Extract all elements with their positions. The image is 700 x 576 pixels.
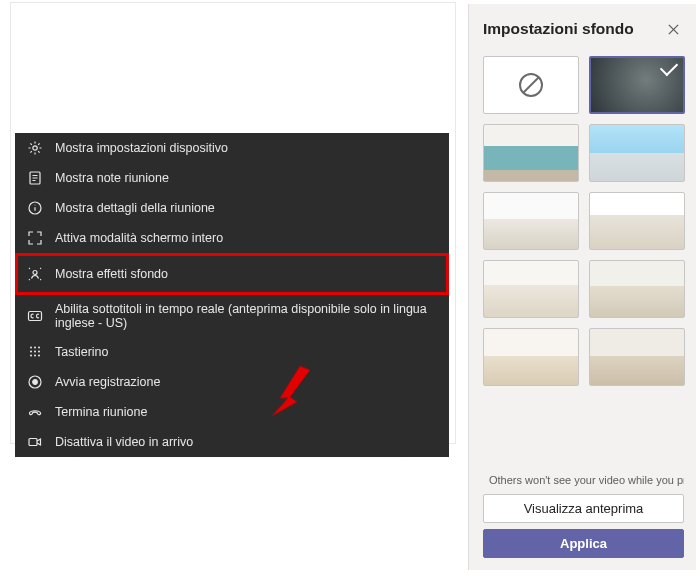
menu-item-meeting-details[interactable]: Mostra dettagli della riunione	[15, 193, 449, 223]
background-option-image[interactable]	[483, 260, 579, 318]
prohibited-icon	[517, 71, 545, 99]
panel-title: Impostazioni sfondo	[483, 20, 634, 38]
background-grid	[469, 50, 696, 392]
menu-item-keypad[interactable]: Tastierino	[15, 337, 449, 367]
menu-item-label: Mostra dettagli della riunione	[55, 201, 215, 215]
background-effects-icon	[27, 266, 43, 282]
more-actions-menu: Mostra impostazioni dispositivo Mostra n…	[15, 133, 449, 457]
menu-item-label: Tastierino	[55, 345, 109, 359]
background-option-image[interactable]	[483, 192, 579, 250]
svg-point-12	[34, 355, 36, 357]
menu-item-start-recording[interactable]: Avvia registrazione	[15, 367, 449, 397]
record-icon	[27, 374, 43, 390]
menu-item-label: Mostra impostazioni dispositivo	[55, 141, 228, 155]
annotation-arrow-icon	[272, 362, 316, 416]
background-option-image[interactable]	[483, 124, 579, 182]
svg-point-0	[33, 146, 37, 150]
menu-item-label: Mostra note riunione	[55, 171, 169, 185]
preview-note-text: Others won't see your video while you pr…	[489, 474, 684, 486]
background-option-image[interactable]	[483, 328, 579, 386]
menu-item-label: Attiva modalità schermo intero	[55, 231, 223, 245]
svg-point-13	[38, 355, 40, 357]
apply-button[interactable]: Applica	[483, 529, 684, 558]
menu-item-label: Mostra effetti sfondo	[55, 267, 168, 281]
menu-item-label: Termina riunione	[55, 405, 147, 419]
menu-item-label: Disattiva il video in arrivo	[55, 435, 193, 449]
svg-rect-16	[29, 439, 37, 446]
svg-point-3	[33, 271, 37, 275]
background-option-image[interactable]	[589, 124, 685, 182]
info-icon	[27, 200, 43, 216]
menu-item-device-settings[interactable]: Mostra impostazioni dispositivo	[15, 133, 449, 163]
background-option-image[interactable]	[589, 192, 685, 250]
end-meeting-icon	[27, 404, 43, 420]
gear-icon	[27, 140, 43, 156]
background-settings-panel: Impostazioni sfondo Others won't see you…	[468, 4, 696, 570]
svg-point-15	[33, 380, 38, 385]
background-option-blur[interactable]	[589, 56, 685, 114]
svg-point-5	[30, 347, 32, 349]
svg-point-11	[30, 355, 32, 357]
background-option-image[interactable]	[589, 328, 685, 386]
notes-icon	[27, 170, 43, 186]
background-option-image[interactable]	[589, 260, 685, 318]
menu-item-label: Avvia registrazione	[55, 375, 160, 389]
close-button[interactable]	[662, 18, 684, 40]
menu-item-fullscreen[interactable]: Attiva modalità schermo intero	[15, 223, 449, 253]
preview-button[interactable]: Visualizza anteprima	[483, 494, 684, 523]
svg-point-6	[34, 347, 36, 349]
menu-item-label: Abilita sottotitoli in tempo reale (ante…	[55, 302, 437, 330]
svg-point-9	[34, 351, 36, 353]
svg-point-7	[38, 347, 40, 349]
dialpad-icon	[27, 344, 43, 360]
menu-item-end-meeting[interactable]: Termina riunione	[15, 397, 449, 427]
menu-item-meeting-notes[interactable]: Mostra note riunione	[15, 163, 449, 193]
fullscreen-icon	[27, 230, 43, 246]
background-option-none[interactable]	[483, 56, 579, 114]
panel-footer: Others won't see your video while you pr…	[469, 466, 696, 570]
svg-point-10	[38, 351, 40, 353]
preview-note: Others won't see your video while you pr…	[483, 474, 684, 486]
svg-point-8	[30, 351, 32, 353]
incoming-video-off-icon	[27, 434, 43, 450]
captions-icon	[27, 308, 43, 324]
menu-item-live-captions[interactable]: Abilita sottotitoli in tempo reale (ante…	[15, 295, 449, 337]
menu-item-disable-incoming-video[interactable]: Disattiva il video in arrivo	[15, 427, 449, 457]
panel-header: Impostazioni sfondo	[469, 4, 696, 50]
menu-item-background-effects[interactable]: Mostra effetti sfondo	[15, 253, 449, 295]
